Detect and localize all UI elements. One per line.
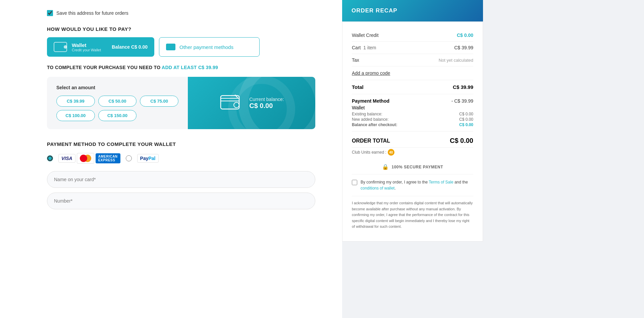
card-chip-icon — [166, 44, 175, 50]
amount-btn-0[interactable]: C$ 39.99 — [56, 96, 95, 107]
lock-icon: 🔒 — [382, 164, 389, 170]
card-number-input[interactable] — [47, 193, 315, 209]
club-units-row: Club Units earned : 40 — [352, 148, 473, 160]
terms-section: By confirming my order, I agree to the T… — [352, 174, 473, 196]
paypal-radio-group — [126, 155, 132, 161]
purchase-warning: TO COMPLETE YOUR PURCHASE YOU NEED TO AD… — [47, 65, 315, 70]
pm-wallet-row: Wallet — [352, 105, 473, 110]
current-balance-display: Current balance: C$ 0.00 — [249, 97, 284, 110]
mastercard-logo — [77, 153, 94, 164]
conditions-wallet-link[interactable]: conditions of wallet — [361, 186, 394, 191]
svg-rect-1 — [221, 98, 239, 101]
select-amount-label: Select an amount — [56, 85, 178, 90]
save-address-checkbox[interactable] — [47, 10, 53, 16]
pm-wallet-label: Wallet — [352, 105, 365, 110]
terms-text: By confirming my order, I agree to the T… — [361, 179, 473, 191]
current-balance-value: C$ 0.00 — [249, 102, 284, 110]
order-recap-header: ORDER RECAP — [342, 0, 483, 21]
pm-balance-after-row: Balance after checkout: C$ 0.00 — [352, 122, 473, 127]
payment-method-title: PAYMENT METHOD TO COMPLETE YOUR WALLET — [47, 141, 315, 147]
purchase-warning-amount: ADD AT LEAST C$ 39.99 — [162, 65, 218, 70]
cart-items: 1 item — [363, 45, 376, 50]
disclaimer-text: I acknowledge that my order contains dig… — [352, 196, 473, 234]
pm-existing-value: C$ 0.00 — [459, 112, 473, 116]
wallet-icon — [54, 42, 67, 52]
payment-method-recap: Payment Method - C$ 39.99 Wallet Existin… — [352, 94, 473, 131]
current-balance-label: Current balance: — [249, 97, 284, 102]
wallet-display: Current balance: C$ 0.00 — [188, 77, 315, 129]
total-label: Total — [352, 84, 364, 90]
tax-row: Tax Not yet calculated — [352, 54, 473, 66]
order-recap-title: ORDER RECAP — [352, 7, 474, 14]
payment-methods-row: VISA AMERICANEXPRESS PayPal — [47, 153, 315, 164]
pm-existing-label: Existing balance: — [352, 112, 382, 116]
promo-link[interactable]: Add a promo code — [352, 66, 473, 80]
other-payment-button[interactable]: Other payment methods — [159, 37, 260, 57]
secure-payment-banner: 🔒 100% SECURE PAYMENT — [352, 160, 473, 174]
terms-checkbox[interactable] — [352, 180, 357, 185]
order-total-value: C$ 0.00 — [450, 137, 473, 145]
pm-new-value: C$ 0.00 — [459, 117, 473, 122]
wallet-payment-button[interactable]: Wallet Credit your Wallet Balance C$ 0.0… — [47, 37, 154, 57]
pm-header-row: Payment Method - C$ 39.99 — [352, 98, 473, 104]
terms-of-sale-link[interactable]: Terms of Sale — [429, 180, 453, 184]
card-logos: VISA AMERICANEXPRESS — [58, 153, 120, 164]
cart-label: Cart 1 item — [352, 45, 376, 50]
save-address-row: Save this address for future orders — [47, 10, 315, 16]
pm-new-added-row: New added balance: C$ 0.00 — [352, 117, 473, 122]
amex-logo: AMERICANEXPRESS — [96, 153, 120, 163]
amount-btn-3[interactable]: C$ 100.00 — [56, 110, 95, 121]
order-recap-sidebar: ORDER RECAP Wallet Credit C$ 0.00 Cart 1… — [342, 0, 483, 318]
pm-existing-row: Existing balance: C$ 0.00 — [352, 112, 473, 116]
total-value: C$ 39.99 — [453, 84, 473, 90]
amount-btn-2[interactable]: C$ 75.00 — [140, 96, 178, 107]
visa-logo: VISA — [58, 154, 75, 163]
wallet-balance: Balance C$ 0.00 — [112, 44, 148, 50]
payment-options: Wallet Credit your Wallet Balance C$ 0.0… — [47, 37, 315, 57]
payment-method-section: PAYMENT METHOD TO COMPLETE YOUR WALLET V… — [47, 141, 315, 214]
save-address-label: Save this address for future orders — [56, 10, 128, 16]
wallet-name: Wallet — [72, 42, 101, 48]
club-units-label: Club Units earned : — [352, 150, 386, 155]
amount-selector: Select an amount C$ 39.99 C$ 50.00 C$ 75… — [47, 77, 188, 129]
wallet-display-icon — [219, 92, 243, 114]
total-row: Total C$ 39.99 — [352, 80, 473, 94]
pm-value: - C$ 39.99 — [451, 98, 473, 104]
cart-row: Cart 1 item C$ 39.99 — [352, 42, 473, 54]
tax-label: Tax — [352, 57, 359, 63]
pm-new-label: New added balance: — [352, 117, 388, 122]
card-icon — [166, 44, 175, 50]
card-radio[interactable] — [47, 155, 53, 161]
payment-section-title: HOW WOULD YOU LIKE TO PAY? — [47, 26, 315, 32]
order-total-row: ORDER TOTAL C$ 0.00 — [352, 131, 473, 148]
secure-payment-text: 100% SECURE PAYMENT — [391, 165, 443, 169]
amount-grid: C$ 39.99 C$ 50.00 C$ 75.00 C$ 100.00 C$ … — [56, 96, 178, 121]
wallet-credit-row: Wallet Credit C$ 0.00 — [352, 29, 473, 42]
paypal-logo: PayPal — [137, 154, 159, 163]
svg-point-2 — [234, 102, 239, 108]
mc-circle-left — [80, 155, 87, 162]
amount-btn-1[interactable]: C$ 50.00 — [98, 96, 137, 107]
amount-btn-4[interactable]: C$ 150.00 — [98, 110, 137, 121]
order-recap-body: Wallet Credit C$ 0.00 Cart 1 item C$ 39.… — [342, 21, 483, 242]
wallet-credit-value: C$ 0.00 — [457, 33, 473, 38]
card-payment-radio-group — [47, 155, 53, 161]
pm-balance-after-value: C$ 0.00 — [459, 122, 473, 127]
pm-label: Payment Method — [352, 98, 389, 104]
tax-value: Not yet calculated — [439, 58, 473, 63]
wallet-text: Wallet Credit your Wallet — [72, 42, 101, 52]
paypal-radio[interactable] — [126, 155, 132, 161]
wallet-credit-label: Wallet Credit — [352, 33, 379, 38]
order-total-label: ORDER TOTAL — [352, 138, 390, 144]
wallet-sub: Credit your Wallet — [72, 48, 101, 52]
wallet-top-up-section: Select an amount C$ 39.99 C$ 50.00 C$ 75… — [47, 77, 315, 129]
card-name-input[interactable] — [47, 171, 315, 188]
pm-balance-after-label: Balance after checkout: — [352, 122, 397, 127]
other-payment-label: Other payment methods — [179, 44, 233, 50]
club-badge: 40 — [388, 149, 394, 156]
cart-value: C$ 39.99 — [454, 45, 473, 50]
